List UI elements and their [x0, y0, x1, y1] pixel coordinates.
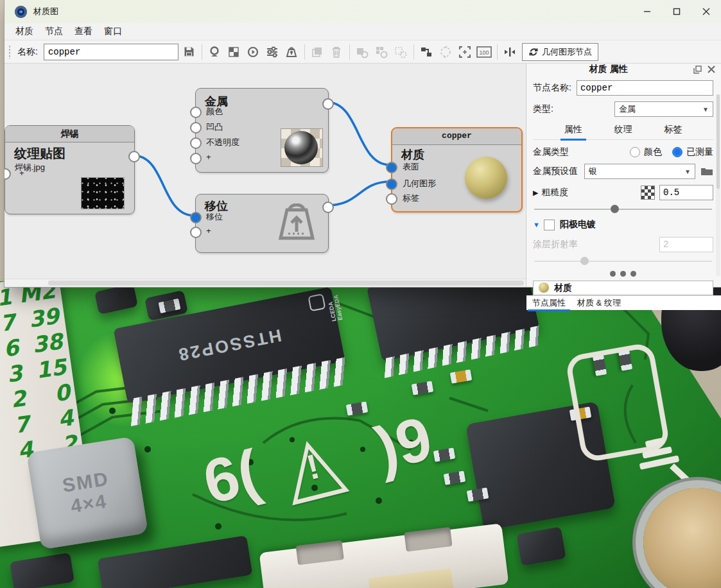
metal-preset-dropdown[interactable]: 银 ▼: [584, 164, 695, 179]
radio-color-label[interactable]: 颜色: [644, 146, 662, 158]
texture-thumbnail: [81, 177, 125, 209]
horizontal-scrollbar[interactable]: [4, 279, 526, 287]
port-label-opacity: 不透明度: [206, 137, 239, 148]
input-port-connected[interactable]: [386, 162, 397, 173]
input-port[interactable]: [190, 153, 202, 164]
coating-ior-input[interactable]: [659, 237, 713, 252]
section-chevron-icon[interactable]: ▼: [533, 221, 540, 229]
close-button[interactable]: [691, 0, 721, 23]
input-port[interactable]: [386, 193, 397, 205]
node-displace[interactable]: 移位 移位 +: [195, 194, 329, 253]
port-label-add: +: [206, 226, 211, 236]
metal-preset-value: 银: [589, 166, 597, 177]
group-icon[interactable]: [354, 43, 371, 60]
input-port[interactable]: [4, 168, 11, 180]
menu-node[interactable]: 节点: [39, 26, 69, 37]
add-port-label: +: [19, 168, 24, 178]
history-icon[interactable]: [245, 43, 262, 60]
input-port[interactable]: [190, 227, 202, 238]
dissolve-group-icon[interactable]: [392, 43, 410, 60]
undock-icon[interactable]: [690, 65, 704, 74]
split-view-icon[interactable]: [501, 43, 519, 60]
material-ball-icon: [539, 282, 549, 293]
svg-text:100: 100: [480, 49, 489, 56]
node-graph-canvas[interactable]: 焊锡 纹理贴图 焊锡.jpg + 金属 颜色 凹凸 不透明度 +: [4, 64, 526, 287]
port-label-add: +: [206, 152, 211, 162]
input-port-connected[interactable]: [386, 178, 397, 190]
texture-map-icon[interactable]: [641, 186, 655, 200]
expander-arrow-icon[interactable]: ▶: [533, 189, 538, 197]
application-root: M1M2 739 638 315 20 74 42 SC-70-6 HTSSOP…: [0, 0, 721, 588]
scale-icon[interactable]: [283, 43, 300, 60]
orbit-icon[interactable]: [437, 43, 455, 60]
checker-icon[interactable]: [225, 43, 243, 60]
anodize-checkbox[interactable]: [544, 220, 555, 230]
material-graph-window: 材质图 材质 节点 查看 窗口 名称:: [4, 0, 721, 287]
duplicate-icon[interactable]: [309, 43, 326, 60]
type-dropdown[interactable]: 金属 ▼: [614, 101, 713, 117]
menu-view[interactable]: 查看: [69, 26, 98, 37]
input-port[interactable]: [190, 107, 202, 118]
input-port[interactable]: [190, 122, 202, 134]
material-list-item[interactable]: 材质: [533, 281, 713, 295]
adjust-sliders-icon[interactable]: [264, 43, 281, 60]
chevron-down-icon: ▼: [684, 168, 691, 175]
menu-window[interactable]: 窗口: [98, 26, 128, 37]
auto-layout-icon[interactable]: [418, 43, 435, 60]
tab-materials-textures[interactable]: 材质 & 纹理: [573, 296, 625, 309]
chip-logo-icon: [308, 293, 326, 311]
type-label: 类型:: [533, 103, 553, 115]
material-properties-panel: 材质 属性 节点名称: 类型:: [526, 64, 721, 287]
node-name-label: 节点名称:: [533, 82, 571, 94]
tab-properties[interactable]: 属性: [560, 123, 586, 141]
node-solder-texture[interactable]: 焊锡 纹理贴图 焊锡.jpg +: [4, 125, 135, 214]
delete-icon[interactable]: [328, 43, 345, 60]
output-port[interactable]: [322, 98, 334, 110]
geometry-node-button[interactable]: 几何图形节点: [522, 43, 598, 61]
input-port[interactable]: [190, 137, 202, 149]
node-solder-caption[interactable]: 焊锡: [5, 126, 134, 143]
toolbar-grip[interactable]: [8, 45, 12, 59]
node-name-input[interactable]: [577, 80, 713, 96]
node-material-caption[interactable]: copper: [392, 128, 521, 145]
output-port[interactable]: [128, 151, 140, 162]
minimize-button[interactable]: [632, 0, 662, 23]
material-preview-icon[interactable]: [206, 43, 223, 60]
maximize-button[interactable]: [662, 0, 691, 23]
radio-measured[interactable]: [672, 147, 682, 157]
window-titlebar[interactable]: 材质图: [4, 0, 721, 23]
folder-browse-icon[interactable]: [700, 166, 713, 177]
ungroup-icon[interactable]: [373, 43, 390, 60]
port-label-bump: 凹凸: [206, 121, 223, 133]
tab-labels[interactable]: 标签: [661, 123, 686, 139]
vertical-scrollbar[interactable]: [716, 94, 720, 276]
menu-material[interactable]: 材质: [10, 26, 39, 37]
panel-close-icon[interactable]: [704, 65, 718, 73]
inductor-smd4x4: SMD 4×4: [26, 437, 148, 549]
port-label-color: 颜色: [206, 106, 223, 117]
input-port-connected[interactable]: [190, 212, 202, 223]
radio-color[interactable]: [630, 147, 640, 157]
scrollbar-thumb[interactable]: [48, 281, 524, 286]
fit-view-icon[interactable]: [456, 43, 474, 60]
roughness-input[interactable]: [659, 185, 713, 200]
save-icon[interactable]: [180, 43, 198, 60]
material-name-input[interactable]: [44, 44, 178, 60]
port-label-surface: 表面: [403, 161, 419, 173]
output-port[interactable]: [322, 202, 334, 213]
coating-ior-label: 涂层折射率: [533, 239, 578, 250]
zoom-100-icon[interactable]: 100: [476, 43, 493, 60]
radio-measured-label[interactable]: 已测量: [686, 146, 713, 158]
anodize-section-label: 阳极电镀: [560, 219, 596, 230]
name-label: 名称:: [17, 46, 38, 58]
tool-bar: 名称:: [4, 40, 721, 64]
roughness-slider[interactable]: [534, 205, 712, 214]
node-metal[interactable]: 金属 颜色 凹凸 不透明度 +: [195, 88, 329, 173]
splitter-handle[interactable]: [533, 271, 713, 277]
app-icon: [15, 6, 27, 18]
node-material-copper[interactable]: copper 材质 表面 几何图形 标签: [391, 127, 523, 212]
tab-textures[interactable]: 纹理: [611, 123, 636, 139]
tab-node-properties[interactable]: 节点属性: [528, 296, 570, 311]
coating-ior-slider[interactable]: [534, 257, 712, 266]
material-preview-sphere: [465, 157, 507, 199]
